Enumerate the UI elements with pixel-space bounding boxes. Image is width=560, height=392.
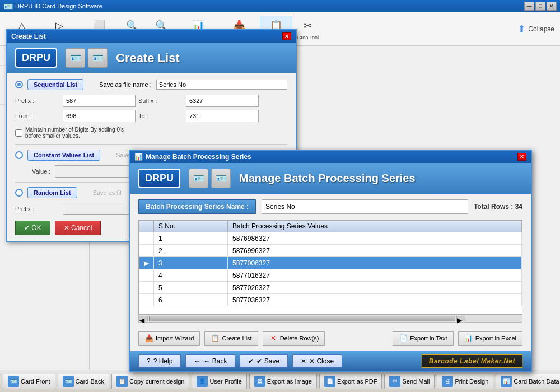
row-value: 5876986327: [228, 232, 522, 245]
row-sno: 5: [154, 282, 228, 294]
table-row[interactable]: ▶ 3 5877006327: [139, 257, 522, 269]
row-sno: 2: [154, 245, 228, 257]
close-icon: ✕: [301, 357, 306, 365]
crop-tool-icon: ✂: [300, 18, 316, 34]
import-wizard-button[interactable]: 📥 Import Wizard: [138, 331, 200, 346]
from-label: From :: [15, 113, 60, 119]
row-arrow: [139, 294, 154, 306]
maintain-digits-checkbox[interactable]: [15, 129, 22, 137]
form-grid: Prefix : Suffix : From : To :: [15, 95, 287, 122]
export-pdf-icon: 📄: [324, 376, 335, 387]
hscroll-thumb[interactable]: [149, 316, 455, 321]
sequential-list-row: Sequential List Save as file name :: [15, 79, 287, 90]
print-design-button[interactable]: 🖨 Print Design: [437, 374, 493, 389]
batch-horizontal-scrollbar[interactable]: ◀ ▶: [138, 315, 522, 323]
delete-rows-button[interactable]: ✕ Delete Row(s): [263, 331, 325, 346]
cancel-button[interactable]: ✕ Cancel: [55, 221, 101, 235]
row-value: 5876996327: [228, 245, 522, 257]
back-button[interactable]: ← ← Back: [185, 354, 235, 368]
hscroll-left-btn[interactable]: ◀: [139, 316, 148, 321]
create-list-title-bar: Create List ✕: [7, 30, 296, 43]
separator-1: [15, 144, 287, 145]
user-profile-button[interactable]: 👤 User Profile: [192, 374, 246, 389]
batch-table-container[interactable]: S.No. Batch Processing Series Values 1 5…: [138, 220, 522, 315]
suffix-input[interactable]: [186, 95, 259, 107]
export-excel-icon: 📊: [464, 334, 473, 343]
maintain-digits-row: Maintain number of Digits By adding 0's …: [15, 127, 287, 139]
card-back-button[interactable]: 🪪 Card Back: [58, 374, 109, 389]
app-icon: 🪪: [3, 2, 13, 11]
batch-id-icon-2: 🪪: [211, 169, 231, 188]
export-image-button[interactable]: 🖼 Export as Image: [249, 374, 317, 389]
row-sno: 4: [154, 269, 228, 282]
to-label: To :: [138, 113, 183, 119]
maximize-button[interactable]: □: [535, 2, 545, 11]
sequential-list-radio[interactable]: [15, 81, 23, 88]
batch-close-button[interactable]: ✕: [517, 153, 526, 161]
random-list-radio[interactable]: [15, 189, 23, 197]
collapse-area: ⬆ Collapse: [517, 23, 554, 35]
export-pdf-button[interactable]: 📄 Export as PDF: [319, 374, 382, 389]
copy-design-button[interactable]: 📋 Copy current design: [111, 374, 189, 389]
hscroll-right-btn[interactable]: ▶: [456, 316, 465, 321]
title-bar-controls: — □ ✕: [524, 2, 557, 11]
app-close-button[interactable]: ✕: [547, 2, 557, 11]
back-icon: ←: [194, 357, 200, 365]
row-arrow: [139, 269, 154, 282]
sequential-list-label[interactable]: Sequential List: [27, 79, 83, 90]
batch-create-list-button[interactable]: 📋 Create List: [204, 331, 258, 346]
collapse-icon: ⬆: [517, 23, 526, 35]
save-button[interactable]: ✔ ✔ Save: [240, 354, 288, 368]
prefix2-label: Prefix :: [15, 206, 60, 212]
table-row[interactable]: 5 5877026327: [139, 282, 522, 294]
total-rows-text: Total Rows : 34: [474, 203, 522, 211]
crop-tool-button[interactable]: ✂ Crop Tool: [294, 16, 322, 42]
prefix2-input[interactable]: [63, 203, 136, 215]
ok-button[interactable]: ✔ OK: [15, 221, 50, 235]
table-row[interactable]: 2 5876996327: [139, 245, 522, 257]
user-profile-icon: 👤: [197, 376, 208, 387]
table-row[interactable]: 6 5877036327: [139, 294, 522, 306]
random-list-label[interactable]: Random List: [27, 187, 77, 198]
to-input[interactable]: [186, 110, 259, 122]
minimize-button[interactable]: —: [524, 2, 534, 11]
row-arrow: ▶: [139, 257, 154, 269]
card-batch-data-button[interactable]: 📊 Card Batch Data: [496, 374, 560, 389]
batch-series-row: Batch Processing Series Name : Total Row…: [130, 194, 531, 220]
batch-bottom-row: ? ? Help ← ← Back ✔ ✔ Save ✕ ✕ Close Bar…: [130, 351, 531, 371]
constant-values-radio[interactable]: [15, 151, 23, 159]
collapse-button[interactable]: Collapse: [528, 25, 554, 33]
batch-header-banner: DRPU 🪪 🪪 Manage Batch Processing Series: [130, 163, 531, 194]
row-arrow: [139, 245, 154, 257]
maintain-digits-label: Maintain number of Digits By adding 0's …: [25, 127, 124, 139]
col-values-header: Batch Processing Series Values: [228, 221, 522, 232]
batch-id-icon-1: 🪪: [189, 169, 208, 188]
send-mail-button[interactable]: ✉ Send Mail: [384, 374, 435, 389]
table-row[interactable]: 4 5877016327: [139, 269, 522, 282]
constant-values-label[interactable]: Constant Values List: [27, 150, 100, 161]
card-back-icon: 🪪: [63, 376, 74, 387]
save-as-file-input[interactable]: [156, 80, 287, 90]
row-value: 5877016327: [228, 269, 522, 282]
export-excel-button[interactable]: 📊 Export in Excel: [458, 331, 522, 346]
export-text-button[interactable]: 📄 Export in Text: [393, 331, 453, 346]
help-button[interactable]: ? ? Help: [138, 354, 181, 368]
spacer: [329, 331, 388, 346]
suffix-label: Suffix :: [138, 97, 183, 104]
table-row[interactable]: 1 5876986327: [139, 232, 522, 245]
row-arrow: [139, 232, 154, 245]
col-sno-header: S.No.: [154, 221, 228, 232]
row-value: 5877006327: [228, 257, 522, 269]
batch-table: S.No. Batch Processing Series Values 1 5…: [139, 220, 522, 306]
drpu-logo: DRPU: [15, 48, 57, 68]
from-input[interactable]: [63, 110, 136, 122]
batch-close-bottom-button[interactable]: ✕ ✕ Close: [292, 354, 342, 368]
card-front-button[interactable]: 🪪 Card Front: [3, 374, 55, 389]
create-list-close-button[interactable]: ✕: [282, 32, 291, 40]
batch-series-name-input[interactable]: [262, 199, 468, 214]
batch-dialog: 📊 Manage Batch Processing Series ✕ DRPU …: [129, 150, 532, 372]
brand-badge: Barcode Label Maker.Net: [422, 354, 522, 368]
prefix-input[interactable]: [63, 95, 136, 107]
copy-design-icon: 📋: [116, 376, 128, 387]
row-sno: 6: [154, 294, 228, 306]
